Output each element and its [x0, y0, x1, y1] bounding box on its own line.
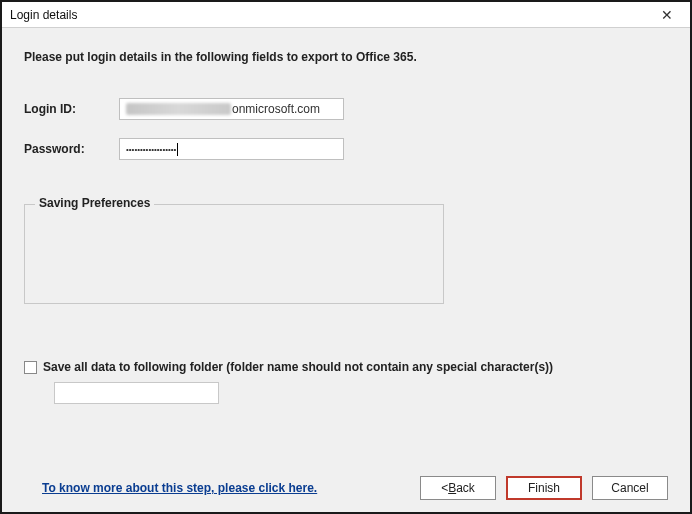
help-link[interactable]: To know more about this step, please cli…: [42, 481, 317, 495]
password-label: Password:: [24, 142, 119, 156]
login-id-redacted: [126, 103, 231, 115]
footer: To know more about this step, please cli…: [2, 472, 690, 512]
content-area: Please put login details in the followin…: [2, 28, 690, 472]
text-cursor: [177, 143, 178, 156]
password-mask: ••••••••••••••••••: [126, 145, 176, 154]
back-prefix: <: [441, 481, 448, 495]
login-id-label: Login ID:: [24, 102, 119, 116]
save-folder-checkbox[interactable]: [24, 361, 37, 374]
password-row: Password: ••••••••••••••••••: [24, 138, 668, 160]
close-icon[interactable]: ✕: [652, 7, 682, 23]
back-text: ack: [456, 481, 475, 495]
login-id-suffix: onmicrosoft.com: [232, 102, 320, 116]
saving-preferences-legend: Saving Preferences: [35, 196, 154, 210]
login-id-input[interactable]: onmicrosoft.com: [119, 98, 344, 120]
password-input[interactable]: ••••••••••••••••••: [119, 138, 344, 160]
folder-name-input[interactable]: [54, 382, 219, 404]
back-button[interactable]: < Back: [420, 476, 496, 500]
finish-button[interactable]: Finish: [506, 476, 582, 500]
save-folder-row: Save all data to following folder (folde…: [24, 360, 668, 374]
login-id-row: Login ID: onmicrosoft.com: [24, 98, 668, 120]
login-details-dialog: Login details ✕ Please put login details…: [0, 0, 692, 514]
saving-preferences-group: Saving Preferences: [24, 204, 444, 304]
cancel-button[interactable]: Cancel: [592, 476, 668, 500]
window-title: Login details: [10, 8, 77, 22]
instruction-text: Please put login details in the followin…: [24, 50, 668, 64]
button-row: < Back Finish Cancel: [420, 476, 668, 500]
titlebar: Login details ✕: [2, 2, 690, 28]
save-folder-label: Save all data to following folder (folde…: [43, 360, 553, 374]
